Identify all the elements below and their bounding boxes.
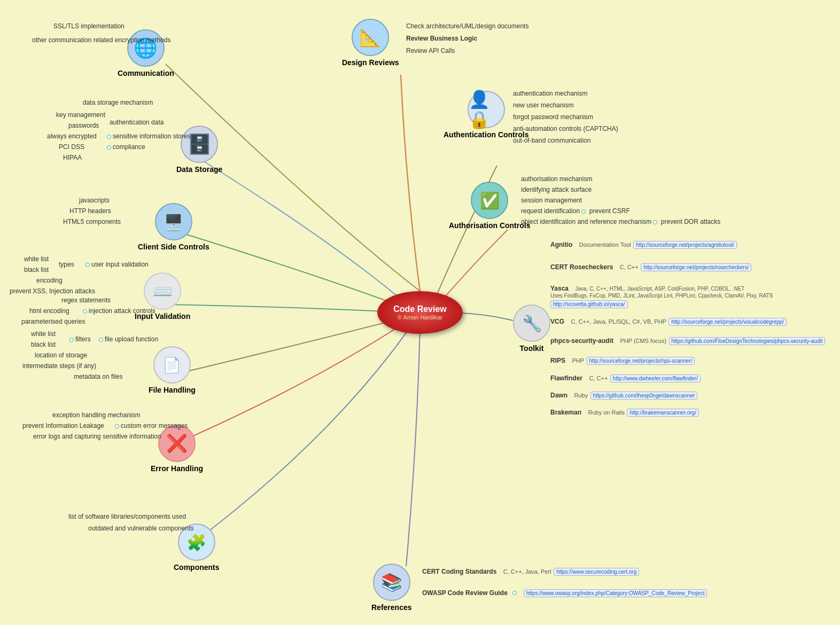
iv-item-3: types xyxy=(59,261,74,268)
tk-rips-url: http://sourceforge.net/projects/rips-sca… xyxy=(587,357,695,365)
tk-yasca: Yasca Java, C, C++, HTML, JavaScript, AS… xyxy=(550,283,773,308)
references-icon: 📚 xyxy=(373,564,410,601)
fh-item-6: intermediate steps (if any) xyxy=(22,362,96,370)
dr-item-3: Review API Calls xyxy=(406,47,455,54)
branch-design-reviews: 📐 Design Reviews xyxy=(342,19,399,67)
tk-phpcs-url: https://github.com/FloeDesignTechnologie… xyxy=(669,337,826,345)
branch-file-handling: 📄 File Handling xyxy=(149,346,196,394)
cs-item-2: HTTP headers xyxy=(69,207,111,215)
iv-item-1: white list xyxy=(24,255,49,263)
tk-dawn: Dawn Ruby https://github.com/thesp0nge/d… xyxy=(550,390,697,400)
branch-error-handling: ❌ Error Handling xyxy=(151,425,203,473)
fh-item-3: filters xyxy=(69,335,91,343)
ac-item-2: new user mechanism xyxy=(513,101,573,109)
branch-authorisation: ✅ Authorisation Controls xyxy=(449,182,530,230)
iv-item-5: encoding xyxy=(36,277,63,284)
eh-item-1: exception handling mechanism xyxy=(52,411,141,419)
file-handling-label: File Handling xyxy=(149,386,196,394)
ac-item-4: anti-automation controls (CAPTCHA) xyxy=(513,125,618,132)
ac-item-5: out-of-band communication xyxy=(513,137,590,144)
fh-item-2: black list xyxy=(31,341,56,348)
ds-item-3: passwords xyxy=(68,122,99,129)
tk-brakeman-url: http://brakemanscanner.org/ xyxy=(627,409,699,417)
components-label: Components xyxy=(174,563,220,572)
ref-cert: CERT Coding Standards C, C++, Java, Perl… xyxy=(422,566,639,576)
design-reviews-icon: 📐 xyxy=(352,19,389,56)
communication-icon: 🌐 xyxy=(127,29,165,67)
dr-item-2: Review Business Logic xyxy=(406,35,477,42)
tk-agnitio: Agnitio Documentation Tool http://source… xyxy=(550,239,737,249)
co-item-2: outdated and vulnerable components xyxy=(88,525,193,532)
au-item-4: request identification prevent CSRF xyxy=(521,207,630,215)
tk-vcg: VCG C, C++, Java, PL/SQL, C#, VB, PHP ht… xyxy=(550,316,787,326)
tk-agnitio-url: http://sourceforge.net/projects/agnitiot… xyxy=(633,241,736,249)
branch-toolkit: 🔧 Toolkit xyxy=(513,304,550,353)
data-storage-icon: 🗄️ xyxy=(181,126,218,163)
error-handling-icon: ❌ xyxy=(158,425,196,462)
comm-item-2: other communication related encryption m… xyxy=(32,36,170,44)
eh-item-3: custom error messages xyxy=(115,422,188,429)
eh-item-2: prevent Information Leakage xyxy=(22,422,104,429)
tk-yasca-url: http://scovetta.github.io/yasca/ xyxy=(550,300,628,308)
iv-item-7: regex statements xyxy=(61,296,111,304)
center-title: Code Review xyxy=(393,304,447,314)
au-item-1: authorisation mechanism xyxy=(521,175,592,183)
authorisation-label: Authorisation Controls xyxy=(449,221,530,230)
ac-item-3: forgot password mechanism xyxy=(513,113,593,121)
ref-owasp: OWASP Code Review Guide https://www.owas… xyxy=(422,588,707,597)
cs-item-1: javascripts xyxy=(79,197,110,204)
iv-item-10: injection attack controls xyxy=(83,307,155,315)
au-item-3: session management xyxy=(521,197,582,204)
ds-item-6: sensitive information stores xyxy=(107,132,190,140)
branch-client-side: 🖥️ Client Side Controls xyxy=(138,203,209,251)
dr-item-1: Check architecture/UML/design documents xyxy=(406,22,528,30)
tk-flawfinder-url: http://www.dwheeler.com/flawfinder/ xyxy=(610,374,701,382)
communication-label: Communication xyxy=(118,69,174,77)
tk-brakeman: Brakeman Ruby on Rails http://brakemansc… xyxy=(550,407,699,417)
ds-item-8: compliance xyxy=(107,143,145,151)
tk-flawfinder: Flawfinder C, C++ http://www.dwheeler.co… xyxy=(550,373,701,382)
tk-vcg-url: http://sourceforge.net/projects/visualco… xyxy=(668,318,787,326)
input-validation-icon: ⌨️ xyxy=(144,272,181,310)
ds-item-4: authentication data xyxy=(110,119,164,126)
iv-item-8: html encoding xyxy=(29,307,69,315)
fh-item-1: white list xyxy=(31,330,56,338)
branch-references: 📚 References xyxy=(371,564,412,612)
auth-controls-icon: 👤🔒 xyxy=(468,91,505,128)
ds-item-5: always encrypted xyxy=(47,132,97,140)
design-reviews-label: Design Reviews xyxy=(342,58,399,67)
cs-item-3: HTML5 components xyxy=(63,218,121,225)
fh-item-7: metadata on files xyxy=(74,373,122,380)
error-handling-label: Error Handling xyxy=(151,464,203,473)
au-item-2: identifying attack surface xyxy=(521,186,592,193)
iv-item-6: prevent XSS, Injection attacks xyxy=(10,287,95,295)
references-label: References xyxy=(371,603,412,612)
au-item-5: object identification and reference mech… xyxy=(521,218,720,225)
toolkit-label: Toolkit xyxy=(520,344,544,353)
client-side-label: Client Side Controls xyxy=(138,243,209,251)
authorisation-icon: ✅ xyxy=(471,182,508,219)
client-side-icon: 🖥️ xyxy=(155,203,192,240)
ref-owasp-url: https://www.owasp.org/index.php/Category… xyxy=(524,589,707,597)
center-node: Code Review © Aman Hardikar xyxy=(377,291,463,334)
mind-map: Code Review © Aman Hardikar 🌐 Communicat… xyxy=(0,0,840,625)
eh-item-4: error logs and capturing sensitive infor… xyxy=(33,433,161,440)
tk-phpcs: phpcs-security-audit PHP (CMS focus) htt… xyxy=(550,335,825,345)
comm-item-1: SSL/TLS implementation xyxy=(53,22,125,30)
tk-cert-url: http://sourceforge.net/projects/rosechec… xyxy=(641,263,751,271)
fh-item-4: file upload function xyxy=(99,335,158,343)
ds-item-1: data storage mechanism xyxy=(83,99,153,106)
ds-item-9: HIPAA xyxy=(63,154,82,161)
center-copyright: © Aman Hardikar xyxy=(398,314,442,321)
data-storage-label: Data Storage xyxy=(176,165,222,174)
iv-item-9: parameterised queries xyxy=(21,318,85,325)
ds-item-7: PCI DSS xyxy=(59,143,84,151)
tk-rips: RIPS PHP http://sourceforge.net/projects… xyxy=(550,355,695,365)
toolkit-icon: 🔧 xyxy=(513,304,550,342)
iv-item-4: user input validation xyxy=(85,261,149,268)
ref-cert-url: https://www.securecoding.cert.org xyxy=(554,568,639,576)
fh-item-5: location of storage xyxy=(35,351,87,359)
file-handling-icon: 📄 xyxy=(153,346,191,384)
co-item-1: list of software libraries/components us… xyxy=(68,513,186,520)
ds-item-2: key management xyxy=(56,111,105,119)
